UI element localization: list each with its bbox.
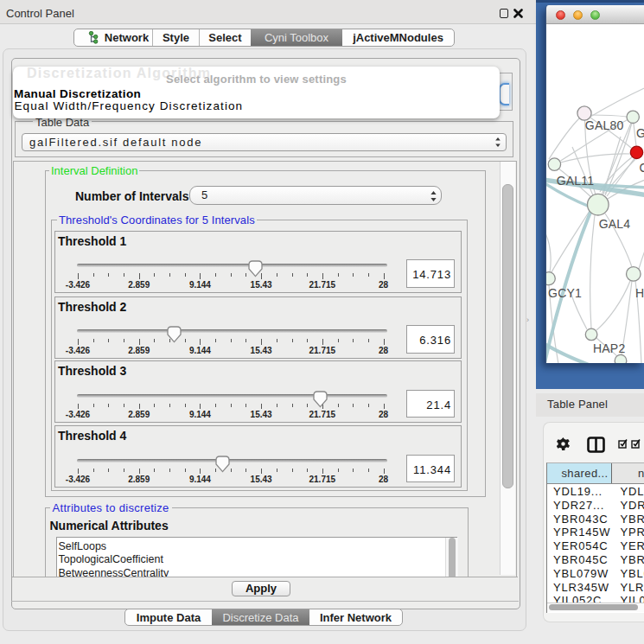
svg-text:H: H (635, 286, 644, 300)
svg-text:GAL80: GAL80 (585, 118, 624, 132)
svg-text:GCY1: GCY1 (548, 286, 582, 300)
svg-text:GAL4: GAL4 (599, 217, 631, 231)
svg-text:CO: CO (639, 161, 644, 175)
svg-text:GA: GA (636, 126, 644, 140)
svg-text:GAL11: GAL11 (557, 174, 595, 188)
svg-text:HAP2: HAP2 (593, 341, 625, 355)
